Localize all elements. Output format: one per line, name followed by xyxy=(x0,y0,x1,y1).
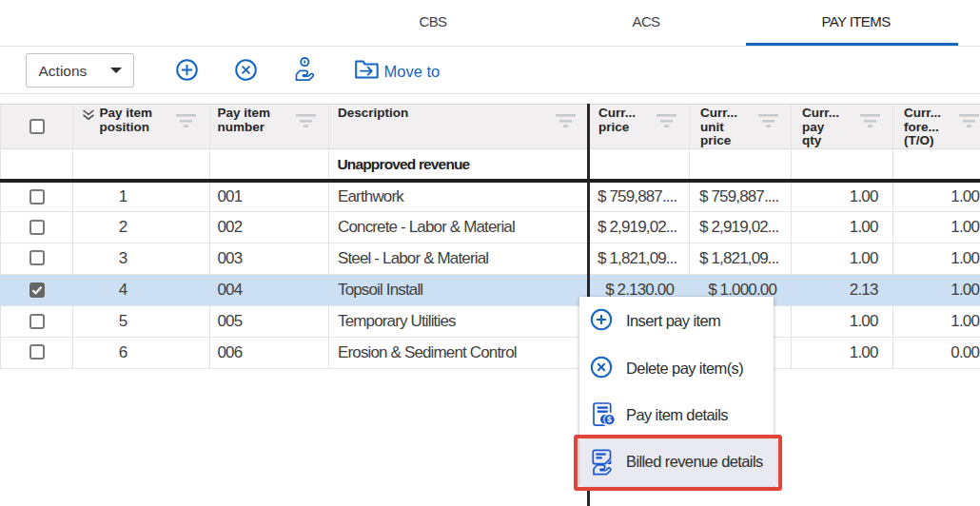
svg-text:$: $ xyxy=(607,415,612,424)
